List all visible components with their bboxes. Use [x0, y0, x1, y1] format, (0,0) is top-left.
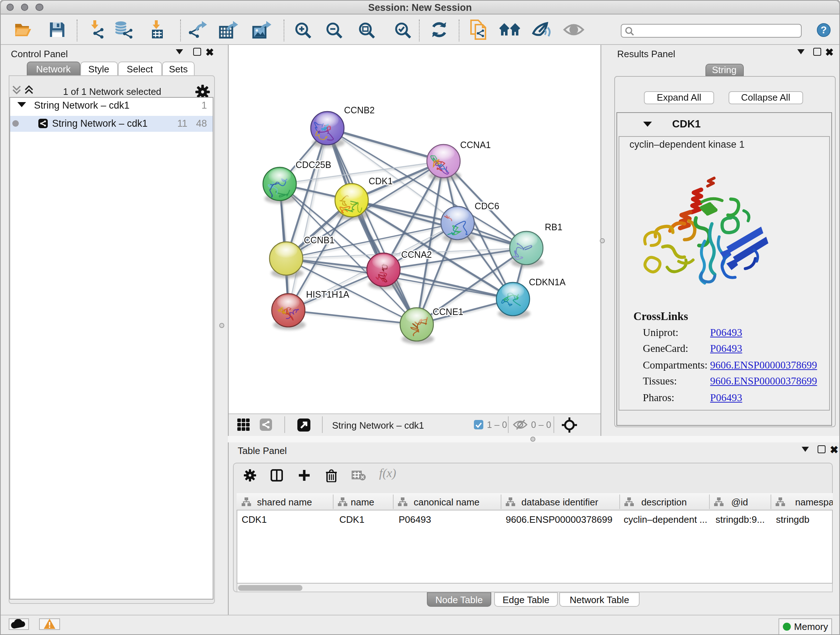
svg-text:CDK1: CDK1 — [368, 176, 393, 186]
svg-text:CDC25B: CDC25B — [295, 160, 331, 170]
svg-text:CCNB1: CCNB1 — [303, 235, 334, 245]
svg-text:CCNA2: CCNA2 — [401, 249, 431, 260]
svg-text:RB1: RB1 — [545, 222, 562, 232]
svg-text:HIST1H1A: HIST1H1A — [306, 289, 349, 299]
svg-text:CCNB2: CCNB2 — [344, 105, 374, 115]
svg-text:CCNE1: CCNE1 — [432, 307, 463, 317]
svg-text:CDKN1A: CDKN1A — [529, 277, 565, 287]
svg-text:CDC6: CDC6 — [474, 201, 499, 211]
svg-text:CCNA1: CCNA1 — [460, 140, 491, 150]
